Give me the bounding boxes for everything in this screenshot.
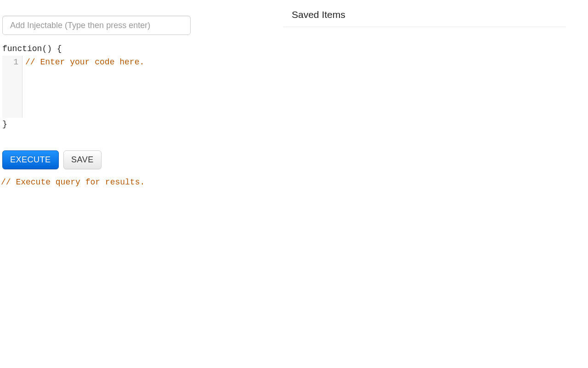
line-gutter: 1: [2, 56, 23, 118]
line-number: 1: [2, 57, 18, 68]
saved-panel: Saved Items: [283, 0, 566, 27]
results-placeholder: // Execute query for results.: [1, 178, 280, 187]
code-editor[interactable]: 1 // Enter your code here.: [2, 56, 280, 118]
button-row: EXECUTE SAVE: [2, 150, 280, 169]
saved-items-header: Saved Items: [283, 0, 566, 27]
execute-button[interactable]: EXECUTE: [2, 150, 59, 169]
editor-panel: function() { 1 // Enter your code here. …: [2, 0, 280, 187]
injectable-input[interactable]: [2, 16, 191, 35]
function-close: }: [2, 119, 280, 130]
function-open: function() {: [2, 43, 280, 55]
save-button[interactable]: SAVE: [63, 150, 102, 169]
editor-content[interactable]: // Enter your code here.: [23, 56, 280, 118]
code-wrapper: function() { 1 // Enter your code here. …: [2, 43, 280, 130]
